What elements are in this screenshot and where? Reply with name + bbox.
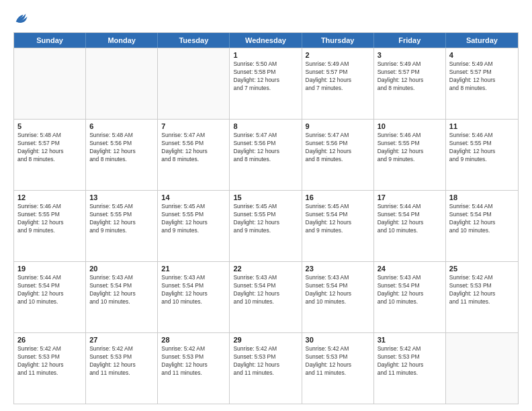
day-info: Sunrise: 5:45 AM Sunset: 5:55 PM Dayligh… — [233, 203, 298, 235]
day-cell-2: 2Sunrise: 5:49 AM Sunset: 5:57 PM Daylig… — [302, 48, 374, 119]
empty-cell-0-2 — [158, 48, 230, 119]
header-day-tuesday: Tuesday — [158, 33, 230, 48]
day-info: Sunrise: 5:44 AM Sunset: 5:54 PM Dayligh… — [17, 274, 82, 306]
day-cell-26: 26Sunrise: 5:42 AM Sunset: 5:53 PM Dayli… — [14, 333, 86, 404]
day-info: Sunrise: 5:43 AM Sunset: 5:54 PM Dayligh… — [233, 274, 298, 306]
day-cell-1: 1Sunrise: 5:50 AM Sunset: 5:58 PM Daylig… — [230, 48, 302, 119]
day-number: 4 — [449, 51, 515, 59]
day-number: 11 — [449, 122, 515, 130]
day-info: Sunrise: 5:49 AM Sunset: 5:57 PM Dayligh… — [306, 60, 370, 93]
header-day-wednesday: Wednesday — [230, 33, 302, 48]
day-number: 26 — [17, 336, 82, 344]
logo — [13, 11, 31, 26]
day-number: 29 — [233, 336, 298, 344]
calendar-row-1: 5Sunrise: 5:48 AM Sunset: 5:57 PM Daylig… — [14, 119, 518, 190]
day-info: Sunrise: 5:42 AM Sunset: 5:53 PM Dayligh… — [89, 345, 154, 377]
day-info: Sunrise: 5:47 AM Sunset: 5:56 PM Dayligh… — [161, 132, 226, 164]
day-number: 7 — [161, 122, 226, 130]
day-cell-4: 4Sunrise: 5:49 AM Sunset: 5:57 PM Daylig… — [446, 48, 518, 119]
day-cell-22: 22Sunrise: 5:43 AM Sunset: 5:54 PM Dayli… — [230, 262, 302, 332]
day-cell-11: 11Sunrise: 5:46 AM Sunset: 5:55 PM Dayli… — [446, 120, 518, 190]
header-day-monday: Monday — [86, 33, 158, 48]
day-info: Sunrise: 5:45 AM Sunset: 5:55 PM Dayligh… — [89, 203, 154, 235]
day-number: 31 — [378, 336, 442, 344]
day-number: 5 — [17, 122, 82, 130]
empty-cell-0-0 — [14, 48, 86, 119]
day-number: 1 — [233, 51, 298, 59]
day-cell-20: 20Sunrise: 5:43 AM Sunset: 5:54 PM Dayli… — [86, 262, 158, 332]
day-cell-29: 29Sunrise: 5:42 AM Sunset: 5:53 PM Dayli… — [230, 333, 302, 404]
day-number: 27 — [89, 336, 154, 344]
page: SundayMondayTuesdayWednesdayThursdayFrid… — [0, 0, 532, 411]
calendar-row-3: 19Sunrise: 5:44 AM Sunset: 5:54 PM Dayli… — [14, 261, 518, 332]
day-number: 12 — [17, 193, 82, 201]
day-cell-30: 30Sunrise: 5:42 AM Sunset: 5:53 PM Dayli… — [302, 333, 374, 404]
day-info: Sunrise: 5:47 AM Sunset: 5:56 PM Dayligh… — [233, 132, 298, 164]
day-cell-9: 9Sunrise: 5:47 AM Sunset: 5:56 PM Daylig… — [302, 120, 374, 190]
day-info: Sunrise: 5:50 AM Sunset: 5:58 PM Dayligh… — [233, 60, 298, 93]
day-number: 30 — [306, 336, 370, 344]
day-cell-13: 13Sunrise: 5:45 AM Sunset: 5:55 PM Dayli… — [86, 191, 158, 261]
day-info: Sunrise: 5:43 AM Sunset: 5:54 PM Dayligh… — [378, 274, 442, 306]
day-number: 18 — [449, 193, 515, 201]
day-info: Sunrise: 5:43 AM Sunset: 5:54 PM Dayligh… — [161, 274, 226, 306]
day-number: 14 — [161, 193, 226, 201]
day-number: 23 — [306, 265, 370, 273]
day-cell-24: 24Sunrise: 5:43 AM Sunset: 5:54 PM Dayli… — [374, 262, 446, 332]
day-number: 28 — [161, 336, 226, 344]
day-cell-5: 5Sunrise: 5:48 AM Sunset: 5:57 PM Daylig… — [14, 120, 86, 190]
logo-bird-icon — [13, 11, 28, 26]
day-cell-10: 10Sunrise: 5:46 AM Sunset: 5:55 PM Dayli… — [374, 120, 446, 190]
header-day-saturday: Saturday — [446, 33, 518, 48]
day-number: 15 — [233, 193, 298, 201]
day-cell-12: 12Sunrise: 5:46 AM Sunset: 5:55 PM Dayli… — [14, 191, 86, 261]
day-number: 21 — [161, 265, 226, 273]
day-info: Sunrise: 5:44 AM Sunset: 5:54 PM Dayligh… — [449, 203, 515, 235]
day-info: Sunrise: 5:42 AM Sunset: 5:53 PM Dayligh… — [161, 345, 226, 377]
day-cell-17: 17Sunrise: 5:44 AM Sunset: 5:54 PM Dayli… — [374, 191, 446, 261]
calendar-header: SundayMondayTuesdayWednesdayThursdayFrid… — [14, 33, 518, 48]
day-info: Sunrise: 5:49 AM Sunset: 5:57 PM Dayligh… — [378, 60, 442, 93]
day-cell-15: 15Sunrise: 5:45 AM Sunset: 5:55 PM Dayli… — [230, 191, 302, 261]
day-cell-18: 18Sunrise: 5:44 AM Sunset: 5:54 PM Dayli… — [446, 191, 518, 261]
day-cell-31: 31Sunrise: 5:42 AM Sunset: 5:53 PM Dayli… — [374, 333, 446, 404]
day-number: 19 — [17, 265, 82, 273]
day-number: 17 — [378, 193, 442, 201]
day-info: Sunrise: 5:48 AM Sunset: 5:57 PM Dayligh… — [17, 132, 82, 164]
day-info: Sunrise: 5:42 AM Sunset: 5:53 PM Dayligh… — [306, 345, 370, 377]
empty-cell-4-6 — [446, 333, 518, 404]
day-number: 20 — [89, 265, 154, 273]
day-cell-7: 7Sunrise: 5:47 AM Sunset: 5:56 PM Daylig… — [158, 120, 230, 190]
header-day-thursday: Thursday — [302, 33, 374, 48]
day-info: Sunrise: 5:42 AM Sunset: 5:53 PM Dayligh… — [233, 345, 298, 377]
calendar-row-4: 26Sunrise: 5:42 AM Sunset: 5:53 PM Dayli… — [14, 332, 518, 404]
header-day-friday: Friday — [374, 33, 446, 48]
calendar-body: 1Sunrise: 5:50 AM Sunset: 5:58 PM Daylig… — [14, 48, 518, 404]
day-number: 10 — [378, 122, 442, 130]
day-info: Sunrise: 5:45 AM Sunset: 5:54 PM Dayligh… — [306, 203, 370, 235]
day-cell-6: 6Sunrise: 5:48 AM Sunset: 5:56 PM Daylig… — [86, 120, 158, 190]
calendar-row-0: 1Sunrise: 5:50 AM Sunset: 5:58 PM Daylig… — [14, 48, 518, 119]
day-cell-8: 8Sunrise: 5:47 AM Sunset: 5:56 PM Daylig… — [230, 120, 302, 190]
day-info: Sunrise: 5:42 AM Sunset: 5:53 PM Dayligh… — [378, 345, 442, 377]
day-info: Sunrise: 5:46 AM Sunset: 5:55 PM Dayligh… — [17, 203, 82, 235]
day-info: Sunrise: 5:44 AM Sunset: 5:54 PM Dayligh… — [378, 203, 442, 235]
day-number: 9 — [306, 122, 370, 130]
day-cell-3: 3Sunrise: 5:49 AM Sunset: 5:57 PM Daylig… — [374, 48, 446, 119]
day-cell-23: 23Sunrise: 5:43 AM Sunset: 5:54 PM Dayli… — [302, 262, 374, 332]
day-number: 13 — [89, 193, 154, 201]
day-info: Sunrise: 5:48 AM Sunset: 5:56 PM Dayligh… — [89, 132, 154, 164]
day-info: Sunrise: 5:43 AM Sunset: 5:54 PM Dayligh… — [306, 274, 370, 306]
day-number: 22 — [233, 265, 298, 273]
day-cell-16: 16Sunrise: 5:45 AM Sunset: 5:54 PM Dayli… — [302, 191, 374, 261]
day-cell-14: 14Sunrise: 5:45 AM Sunset: 5:55 PM Dayli… — [158, 191, 230, 261]
day-info: Sunrise: 5:45 AM Sunset: 5:55 PM Dayligh… — [161, 203, 226, 235]
day-cell-21: 21Sunrise: 5:43 AM Sunset: 5:54 PM Dayli… — [158, 262, 230, 332]
day-cell-27: 27Sunrise: 5:42 AM Sunset: 5:53 PM Dayli… — [86, 333, 158, 404]
day-number: 8 — [233, 122, 298, 130]
day-info: Sunrise: 5:42 AM Sunset: 5:53 PM Dayligh… — [449, 274, 515, 306]
day-cell-25: 25Sunrise: 5:42 AM Sunset: 5:53 PM Dayli… — [446, 262, 518, 332]
day-cell-28: 28Sunrise: 5:42 AM Sunset: 5:53 PM Dayli… — [158, 333, 230, 404]
day-number: 24 — [378, 265, 442, 273]
day-info: Sunrise: 5:46 AM Sunset: 5:55 PM Dayligh… — [378, 132, 442, 164]
